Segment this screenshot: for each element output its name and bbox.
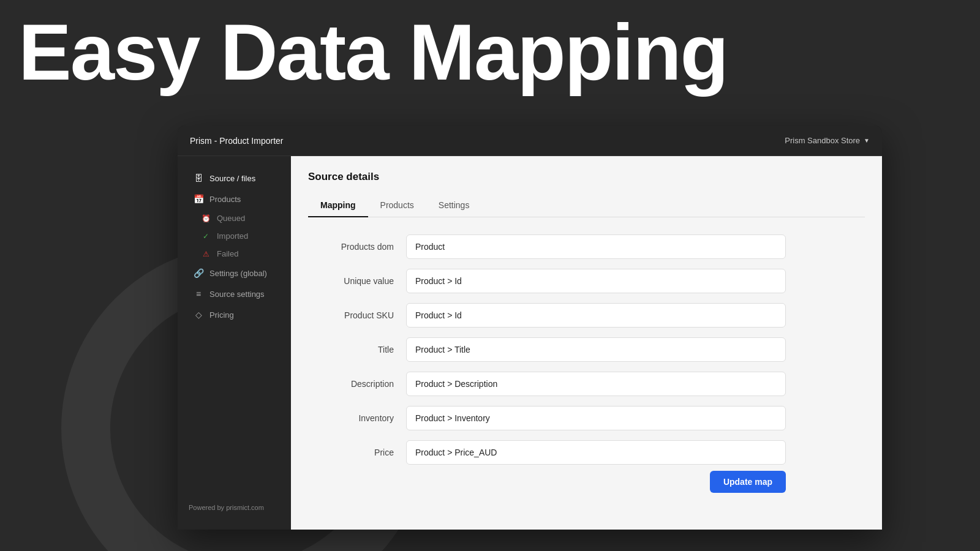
- sidebar-item-products[interactable]: 📅 Products: [183, 189, 286, 209]
- sidebar-item-source-files[interactable]: 🗄 Source / files: [183, 168, 286, 188]
- label-inventory: Inventory: [308, 413, 394, 423]
- input-unique-value[interactable]: [406, 269, 786, 293]
- sidebar-item-pricing[interactable]: ◇ Pricing: [183, 305, 286, 324]
- form-row-price: Price: [308, 440, 786, 465]
- queued-icon: ⏰: [201, 214, 211, 223]
- tabs-bar: Mapping Products Settings: [308, 194, 865, 217]
- main-content: Source details Mapping Products Settings…: [291, 156, 882, 530]
- form-row-unique-value: Unique value: [308, 269, 786, 293]
- tab-settings[interactable]: Settings: [426, 194, 482, 217]
- title-bar: Prism - Product Importer Prism Sandbox S…: [178, 126, 882, 156]
- sidebar-item-label: Source settings: [209, 290, 265, 299]
- sidebar-item-label: Source / files: [209, 174, 255, 183]
- app-layout: 🗄 Source / files 📅 Products ⏰ Queued ✓ I…: [178, 156, 882, 530]
- sidebar-sub-item-imported[interactable]: ✓ Imported: [178, 228, 291, 244]
- hero-title: Easy Data Mapping: [18, 12, 728, 92]
- label-title: Title: [308, 345, 394, 354]
- form-row-inventory: Inventory: [308, 406, 786, 430]
- label-unique-value: Unique value: [308, 276, 394, 286]
- input-description[interactable]: [406, 372, 786, 396]
- tab-products[interactable]: Products: [368, 194, 426, 217]
- app-window: Prism - Product Importer Prism Sandbox S…: [178, 126, 882, 530]
- checkmark-icon: ✓: [201, 232, 211, 241]
- sidebar-item-source-settings[interactable]: ≡ Source settings: [183, 284, 286, 304]
- form-row-products-dom: Products dom: [308, 234, 786, 259]
- label-products-dom: Products dom: [308, 242, 394, 252]
- database-icon: 🗄: [194, 173, 203, 183]
- warning-icon: ⚠: [201, 250, 211, 258]
- sidebar-sub-label: Failed: [217, 249, 238, 258]
- input-product-sku[interactable]: [406, 303, 786, 328]
- sidebar-item-label: Pricing: [209, 310, 234, 320]
- form-row-description: Description: [308, 372, 786, 396]
- sidebar-sub-item-queued[interactable]: ⏰ Queued: [178, 210, 291, 227]
- diamond-icon: ◇: [194, 310, 203, 320]
- sidebar-item-label: Products: [209, 195, 241, 204]
- store-selector[interactable]: Prism Sandbox Store: [785, 136, 870, 145]
- sidebar-nav: 🗄 Source / files 📅 Products ⏰ Queued ✓ I…: [178, 168, 291, 324]
- source-details-title: Source details: [308, 171, 865, 183]
- tab-mapping[interactable]: Mapping: [308, 194, 368, 217]
- sidebar-sub-label: Imported: [217, 231, 248, 241]
- calendar-icon: 📅: [194, 194, 203, 204]
- footer-brand: prismict.com: [226, 504, 264, 511]
- form-row-title: Title: [308, 337, 786, 362]
- sidebar-item-settings-global[interactable]: 🔗 Settings (global): [183, 263, 286, 283]
- sidebar-sub-label: Queued: [217, 214, 245, 223]
- update-map-button[interactable]: Update map: [710, 471, 786, 493]
- label-description: Description: [308, 379, 394, 389]
- mapping-form: Products dom Unique value Product SKU Ti…: [308, 234, 786, 465]
- input-inventory[interactable]: [406, 406, 786, 430]
- form-row-product-sku: Product SKU: [308, 303, 786, 328]
- sidebar: 🗄 Source / files 📅 Products ⏰ Queued ✓ I…: [178, 156, 291, 530]
- footer-prefix: Powered by: [189, 504, 226, 511]
- sidebar-sub-item-failed[interactable]: ⚠ Failed: [178, 246, 291, 262]
- input-products-dom[interactable]: [406, 234, 786, 259]
- form-actions: Update map: [308, 471, 786, 493]
- sidebar-item-label: Settings (global): [209, 269, 267, 278]
- app-title: Prism - Product Importer: [190, 136, 283, 146]
- input-title[interactable]: [406, 337, 786, 362]
- label-product-sku: Product SKU: [308, 310, 394, 320]
- label-price: Price: [308, 448, 394, 457]
- lines-icon: ≡: [194, 289, 203, 299]
- input-price[interactable]: [406, 440, 786, 465]
- source-details: Source details Mapping Products Settings…: [291, 156, 882, 508]
- sidebar-footer: Powered by prismict.com: [178, 498, 291, 517]
- link-icon: 🔗: [194, 268, 203, 278]
